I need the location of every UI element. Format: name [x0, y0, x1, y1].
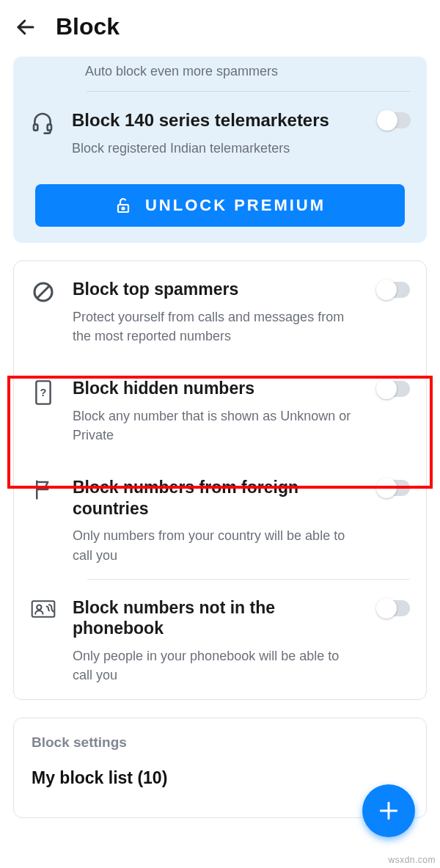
svg-rect-1 [34, 125, 37, 131]
telemarketers-sub: Block registered Indian telemarketers [72, 139, 358, 158]
app-header: Block [0, 0, 440, 56]
svg-point-11 [37, 605, 41, 609]
row-phonebook: Block numbers not in the phonebook Only … [14, 580, 426, 700]
plus-icon [377, 799, 400, 823]
page-title: Block [56, 13, 120, 40]
phonebook-sub: Only people in your phonebook will be ab… [73, 646, 357, 685]
top-spammers-sub: Protect yourself from calls and messages… [73, 307, 357, 346]
flag-icon [30, 477, 56, 500]
block-settings-label: Block settings [14, 718, 426, 756]
hidden-numbers-toggle[interactable] [373, 378, 410, 397]
svg-text:?: ? [40, 387, 47, 398]
phonebook-title: Block numbers not in the phonebook [73, 597, 357, 640]
unlock-premium-button[interactable]: UNLOCK PREMIUM [35, 184, 405, 227]
add-button[interactable] [362, 784, 415, 837]
telemarketers-title: Block 140 series telemarketers [72, 109, 358, 131]
unlock-premium-label: UNLOCK PREMIUM [145, 196, 326, 215]
foreign-title: Block numbers from foreign countries [73, 477, 357, 519]
settings-card: Block top spammers Protect yourself from… [13, 260, 427, 700]
my-block-list-title[interactable]: My block list (10) [14, 756, 426, 788]
arrow-left-icon [15, 16, 37, 38]
unlock-icon [114, 197, 132, 214]
phonebook-toggle[interactable] [373, 597, 410, 616]
foreign-sub: Only numbers from your country will be a… [73, 526, 357, 564]
svg-point-4 [122, 208, 124, 210]
hidden-numbers-title: Block hidden numbers [73, 378, 357, 399]
block-icon [30, 279, 56, 304]
row-hidden-numbers: ? Block hidden numbers Block any number … [14, 360, 426, 459]
row-foreign-countries: Block numbers from foreign countries Onl… [14, 459, 426, 580]
telemarketers-toggle[interactable] [374, 109, 411, 128]
premium-card: Auto block even more spammers Block 140 … [13, 56, 427, 243]
top-spammers-toggle[interactable] [373, 279, 410, 298]
auto-block-sub: Auto block even more spammers [13, 64, 427, 87]
back-button[interactable] [15, 16, 37, 38]
watermark: wsxdn.com [388, 855, 436, 865]
phone-unknown-icon: ? [30, 378, 56, 406]
row-top-spammers: Block top spammers Protect yourself from… [14, 261, 426, 360]
svg-line-6 [37, 286, 49, 298]
foreign-toggle[interactable] [373, 477, 410, 496]
contact-card-icon [30, 597, 56, 619]
hidden-numbers-sub: Block any number that is shown as Unknow… [73, 406, 357, 445]
top-spammers-title: Block top spammers [73, 279, 357, 300]
row-telemarketers: Block 140 series telemarketers Block reg… [13, 92, 427, 172]
headset-icon [29, 109, 56, 134]
